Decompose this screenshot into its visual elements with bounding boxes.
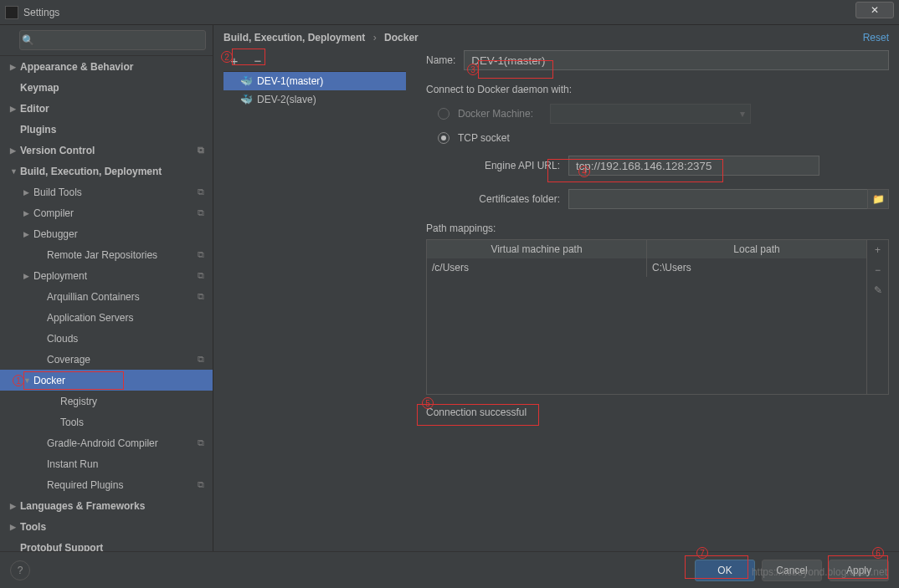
settings-tree[interactable]: ▶Appearance & BehaviorKeymap▶EditorPlugi… [0,56,213,551]
docker-icon: 🐳 [240,94,252,105]
project-scope-icon: ⧉ [198,145,204,156]
ok-button[interactable]: OK [695,560,755,581]
cancel-button[interactable]: Cancel [762,560,822,581]
sidebar-item-label: Arquillian Containers [47,291,140,303]
sidebar-item-label: Keymap [20,82,59,94]
sidebar-item-build-tools[interactable]: ▶Build Tools⧉ [0,182,213,202]
expand-arrow-icon: ▶ [10,502,20,510]
docker-machine-label: Docker Machine: [458,108,533,120]
sidebar-item-remote-jar-repositories[interactable]: Remote Jar Repositories⧉ [0,244,213,265]
expand-arrow-icon: ▶ [23,188,33,197]
project-scope-icon: ⧉ [198,354,204,365]
sidebar-item-label: Instant Run [47,458,98,470]
docker-machine-radio[interactable] [438,108,450,120]
project-scope-icon: ⧉ [198,479,204,490]
sidebar-item-label: Build, Execution, Deployment [20,166,162,177]
sidebar-item-deployment[interactable]: ▶Deployment⧉ [0,265,213,286]
sidebar-item-label: Plugins [20,124,56,135]
sidebar-item-debugger[interactable]: ▶Debugger [0,223,213,244]
docker-item-label: DEV-2(slave) [257,94,316,105]
sidebar-item-appearance-behavior[interactable]: ▶Appearance & Behavior [0,56,213,77]
sidebar-item-label: Languages & Frameworks [20,500,145,512]
sidebar-item-application-servers[interactable]: Application Servers [0,307,213,328]
connect-section-label: Connect to Docker daemon with: [426,84,889,95]
expand-arrow-icon: ▶ [10,523,20,531]
sidebar-item-label: Tools [60,417,84,428]
app-icon [5,6,18,19]
browse-folder-button[interactable]: 📁 [867,189,889,209]
docker-list[interactable]: 🐳DEV-1(master)🐳DEV-2(slave) [223,72,406,551]
expand-arrow-icon: ▼ [10,167,20,176]
sidebar-item-clouds[interactable]: Clouds [0,328,213,349]
path-mappings-label: Path mappings: [426,222,889,234]
tcp-socket-radio[interactable] [438,132,450,144]
sidebar-item-tools[interactable]: Tools [0,412,213,432]
sidebar-item-label: Remote Jar Repositories [47,249,157,261]
sidebar-item-label: Gradle-Android Compiler [47,437,158,449]
sidebar-item-label: Deployment [33,270,87,282]
titlebar: Settings ✕ [0,0,899,25]
name-label: Name: [426,54,455,66]
docker-item-dev-2-slave-[interactable]: 🐳DEV-2(slave) [223,90,406,109]
engine-url-label: Engine API URL: [460,160,560,171]
breadcrumb: Build, Execution, Deployment › Docker [223,32,419,43]
docker-machine-combo[interactable]: ▾ [550,104,751,124]
sidebar-item-languages-frameworks[interactable]: ▶Languages & Frameworks [0,495,213,516]
sidebar-item-tools[interactable]: ▶Tools [0,516,213,537]
cert-folder-input[interactable] [568,189,868,209]
project-scope-icon: ⧉ [198,437,204,448]
project-scope-icon: ⧉ [198,291,204,302]
expand-arrow-icon: ▼ [23,376,33,385]
expand-arrow-icon: ▶ [23,230,33,238]
sidebar-item-label: Editor [20,103,49,115]
expand-arrow-icon: ▶ [10,63,20,71]
sidebar-item-editor[interactable]: ▶Editor [0,98,213,119]
add-docker-button[interactable]: + [227,54,242,69]
apply-button[interactable]: Apply [829,560,889,581]
expand-arrow-icon: ▶ [10,146,20,155]
cell-vm-path: /c/Users [427,258,647,277]
help-button[interactable]: ? [10,560,30,580]
project-scope-icon: ⧉ [198,270,204,281]
mapping-add-button[interactable]: + [867,240,888,260]
sidebar-item-build-execution-deployment[interactable]: ▼Build, Execution, Deployment [0,161,213,182]
docker-item-dev-1-master-[interactable]: 🐳DEV-1(master) [223,72,406,90]
folder-icon: 📁 [872,193,885,205]
expand-arrow-icon: ▶ [10,105,20,113]
sidebar-item-label: Clouds [47,333,78,345]
reset-link[interactable]: Reset [863,32,889,43]
table-row[interactable]: /c/Users C:\Users [427,258,866,277]
engine-url-input[interactable] [568,156,819,176]
path-mappings-table[interactable]: Virtual machine path Local path /c/Users… [426,239,867,395]
sidebar-item-label: Docker [33,375,65,386]
sidebar-item-protobuf-support[interactable]: Protobuf Support [0,537,213,551]
cert-folder-label: Certificates folder: [460,193,560,205]
sidebar-item-gradle-android-compiler[interactable]: Gradle-Android Compiler⧉ [0,432,213,453]
search-input[interactable] [19,30,206,50]
docker-icon: 🐳 [240,75,252,87]
sidebar-item-registry[interactable]: Registry [0,391,213,412]
sidebar-item-label: Compiler [33,207,74,219]
project-scope-icon: ⧉ [198,249,204,260]
close-button[interactable]: ✕ [855,2,894,18]
sidebar-item-keymap[interactable]: Keymap [0,77,213,98]
settings-sidebar: 🔍 ▶Appearance & BehaviorKeymap▶EditorPlu… [0,25,213,551]
dialog-footer: ? OK Cancel Apply [0,551,899,588]
sidebar-item-required-plugins[interactable]: Required Plugins⧉ [0,474,213,495]
breadcrumb-part2: Docker [384,32,419,43]
sidebar-item-docker[interactable]: ▼Docker [0,370,213,391]
sidebar-item-compiler[interactable]: ▶Compiler⧉ [0,202,213,223]
mapping-remove-button[interactable]: − [867,260,888,280]
sidebar-item-label: Build Tools [33,187,82,198]
expand-arrow-icon: ▶ [23,209,33,217]
sidebar-item-plugins[interactable]: Plugins [0,119,213,140]
mapping-edit-button[interactable]: ✎ [867,280,888,300]
sidebar-item-coverage[interactable]: Coverage⧉ [0,349,213,370]
sidebar-item-instant-run[interactable]: Instant Run [0,453,213,474]
col-vm-path: Virtual machine path [427,240,647,258]
sidebar-item-version-control[interactable]: ▶Version Control⧉ [0,140,213,161]
sidebar-item-label: Tools [20,521,46,533]
name-input[interactable] [464,50,889,70]
sidebar-item-arquillian-containers[interactable]: Arquillian Containers⧉ [0,286,213,307]
remove-docker-button[interactable]: − [250,54,265,69]
